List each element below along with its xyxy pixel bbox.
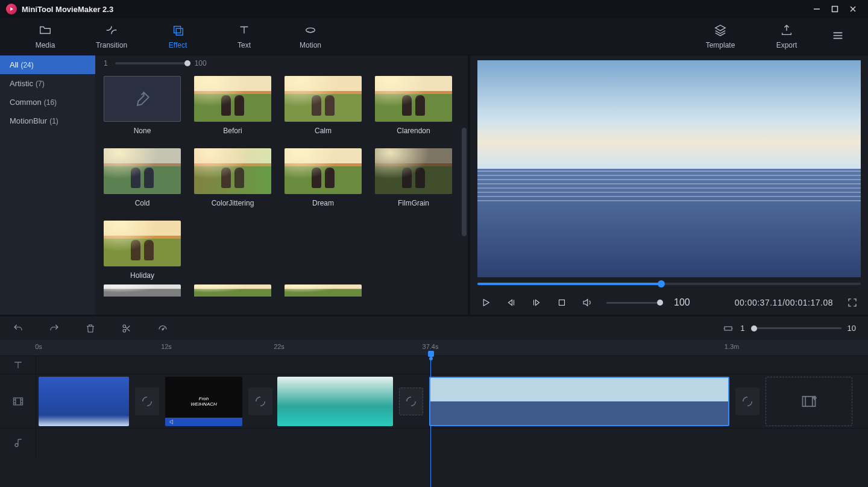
main-area: All (24) Artistic (7) Common (16) Motion… — [0, 55, 868, 315]
effect-label: Befori — [223, 127, 242, 135]
audio-track[interactable] — [36, 429, 868, 458]
audio-track-head[interactable] — [0, 429, 36, 458]
svg-rect-1 — [174, 27, 181, 33]
window-maximize-button[interactable] — [826, 0, 844, 18]
tab-label: Effect — [169, 41, 187, 49]
app-title: MiniTool MovieMaker 2.3 — [22, 5, 113, 14]
timeline-clip[interactable]: Froh WEIHNACH — [165, 377, 242, 426]
zoom-min-label: 1 — [740, 324, 744, 333]
preview-video[interactable] — [477, 60, 861, 277]
effect-thumb — [104, 148, 181, 194]
split-button[interactable] — [121, 322, 133, 335]
video-track-head[interactable] — [0, 374, 36, 428]
effect-item[interactable]: FilmGrain — [375, 148, 452, 207]
volume-icon[interactable] — [581, 297, 593, 309]
timeline-clip[interactable] — [277, 377, 393, 426]
text-track-head[interactable] — [0, 356, 36, 374]
effect-item[interactable]: Dream — [285, 148, 362, 207]
sidebar-item-motionblur[interactable]: MotionBlur (1) — [0, 112, 95, 130]
next-frame-button[interactable] — [530, 297, 542, 309]
tab-transition[interactable]: Transition — [78, 18, 145, 55]
template-label: Template — [706, 41, 735, 49]
timeline-zoom-slider[interactable] — [751, 327, 841, 329]
preview-time: 00:00:37.11/00:01:17.08 — [735, 298, 833, 307]
add-clip-dropzone[interactable] — [766, 377, 852, 426]
effect-item[interactable]: Cold — [104, 148, 181, 207]
effect-thumb — [104, 221, 181, 266]
zoom-max-label: 10 — [848, 324, 856, 333]
slider-knob[interactable] — [184, 60, 190, 66]
sidebar-item-count: (1) — [49, 117, 58, 125]
sidebar-item-artistic[interactable]: Artistic (7) — [0, 74, 95, 93]
transition-slot[interactable] — [735, 388, 760, 415]
transition-slot[interactable] — [248, 388, 272, 415]
transition-icon — [105, 24, 118, 39]
speed-button[interactable] — [157, 322, 169, 335]
effect-icon — [171, 24, 184, 39]
ruler-mark: 22s — [274, 343, 285, 350]
effect-category-sidebar: All (24) Artistic (7) Common (16) Motion… — [0, 55, 95, 315]
fit-timeline-button[interactable] — [722, 322, 734, 335]
ruler-mark: 12s — [161, 343, 172, 350]
app-logo-icon — [6, 4, 17, 14]
template-button[interactable]: Template — [687, 18, 753, 55]
seek-knob[interactable] — [658, 280, 665, 287]
effect-item[interactable]: Holiday — [104, 221, 181, 280]
ruler-mark: 37.4s — [423, 343, 439, 350]
effect-item[interactable]: Calm — [285, 76, 362, 135]
motion-icon — [304, 24, 317, 39]
timeline-ruler[interactable]: 0s12s22s37.4s1.3m — [0, 340, 868, 356]
hamburger-icon — [831, 29, 844, 45]
export-icon — [780, 24, 793, 39]
play-button[interactable] — [480, 297, 492, 309]
effect-thumb — [194, 148, 271, 194]
folder-icon — [39, 24, 52, 39]
effect-item[interactable]: ColorJittering — [194, 148, 271, 207]
sidebar-item-count: (7) — [36, 80, 45, 88]
gallery-scrollbar[interactable] — [462, 128, 467, 369]
menu-button[interactable] — [820, 18, 856, 55]
prev-frame-button[interactable] — [505, 297, 517, 309]
timeline-tracks: Froh WEIHNACH — [0, 356, 868, 487]
timeline-clip[interactable] — [39, 377, 129, 426]
sidebar-item-label: MotionBlur — [10, 116, 47, 125]
effect-label: Calm — [315, 127, 332, 135]
effect-item[interactable]: Befori — [194, 76, 271, 135]
video-track[interactable]: Froh WEIHNACH — [36, 374, 868, 428]
transition-slot[interactable] — [135, 388, 159, 415]
effect-label: ColorJittering — [212, 199, 254, 207]
effect-label: FilmGrain — [398, 199, 429, 207]
svg-rect-2 — [176, 28, 183, 35]
tab-text[interactable]: Text — [211, 18, 277, 55]
fullscreen-button[interactable] — [846, 297, 858, 309]
svg-point-3 — [306, 28, 315, 32]
volume-value: 100 — [674, 297, 690, 308]
delete-button[interactable] — [84, 322, 96, 335]
tab-label: Transition — [96, 41, 127, 49]
sidebar-item-all[interactable]: All (24) — [0, 55, 95, 74]
window-close-button[interactable] — [844, 0, 862, 18]
effect-thumb — [285, 148, 362, 194]
stop-button[interactable] — [556, 297, 568, 309]
effect-thumb — [194, 76, 271, 122]
effect-item[interactable]: None — [104, 76, 181, 135]
sidebar-item-common[interactable]: Common (16) — [0, 93, 95, 112]
sidebar-item-label: Artistic — [10, 79, 33, 88]
volume-slider[interactable] — [606, 302, 661, 304]
tab-motion[interactable]: Motion — [277, 18, 344, 55]
text-track[interactable] — [36, 356, 868, 374]
undo-button[interactable] — [12, 322, 24, 335]
redo-button[interactable] — [48, 322, 60, 335]
transition-slot-empty[interactable] — [399, 388, 423, 415]
effect-gallery: 1 100 NoneBeforiCalmClarendonColdColorJi… — [95, 55, 470, 315]
thumb-size-slider[interactable] — [115, 62, 187, 64]
effect-item[interactable]: Clarendon — [375, 76, 452, 135]
export-button[interactable]: Export — [753, 18, 820, 55]
sidebar-item-count: (24) — [20, 61, 33, 69]
tab-effect[interactable]: Effect — [145, 18, 211, 55]
preview-seek-bar[interactable] — [477, 277, 861, 291]
layers-icon — [714, 24, 727, 39]
tab-media[interactable]: Media — [12, 18, 78, 55]
window-minimize-button[interactable] — [808, 0, 826, 18]
timeline-clip-selected[interactable] — [429, 377, 729, 426]
